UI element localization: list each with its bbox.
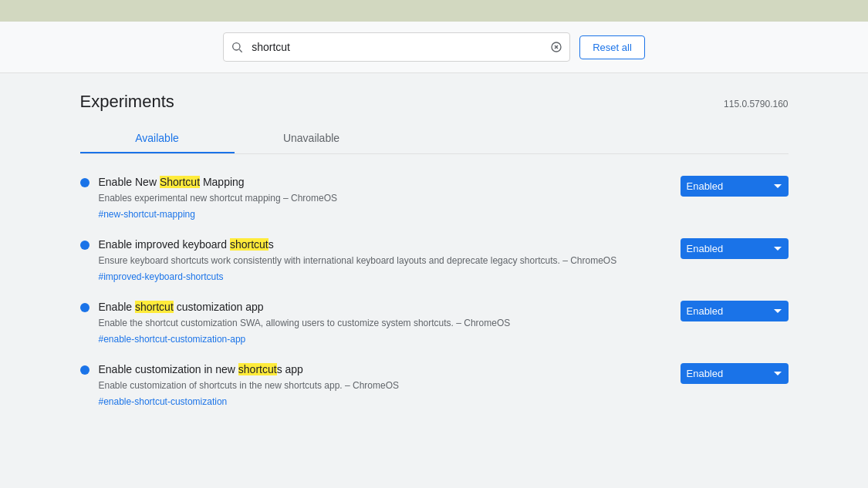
experiment-item: Enable improved keyboard shortcuts Ensur… xyxy=(80,238,789,282)
top-chrome-bar xyxy=(0,0,868,22)
experiment-description: Enables experimental new shortcut mappin… xyxy=(99,191,662,205)
highlight-text: shortcut xyxy=(135,301,174,313)
experiment-select[interactable]: DefaultEnabledDisabled xyxy=(681,238,789,259)
clear-search-icon[interactable] xyxy=(550,41,562,53)
main-content: Experiments 115.0.5790.160 Available Una… xyxy=(68,73,801,426)
experiment-title: Enable improved keyboard shortcuts xyxy=(99,238,662,251)
page-header: Experiments 115.0.5790.160 xyxy=(80,92,789,112)
experiment-dot xyxy=(80,303,90,312)
experiment-select[interactable]: DefaultEnabledDisabled xyxy=(681,176,789,197)
experiment-control: DefaultEnabledDisabled xyxy=(681,176,789,197)
experiment-body: Enable customization in new shortcuts ap… xyxy=(99,363,662,407)
experiment-description: Enable the shortcut customization SWA, a… xyxy=(99,316,662,330)
tab-available[interactable]: Available xyxy=(80,124,235,153)
experiment-control: DefaultEnabledDisabled xyxy=(681,238,789,259)
experiment-title: Enable customization in new shortcuts ap… xyxy=(99,363,662,375)
experiment-link[interactable]: #new-shortcut-mapping xyxy=(99,209,195,220)
svg-line-1 xyxy=(240,49,242,52)
svg-point-0 xyxy=(233,43,240,50)
experiment-item: Enable shortcut customization app Enable… xyxy=(80,301,789,345)
experiment-title: Enable shortcut customization app xyxy=(99,301,662,313)
experiment-dot xyxy=(80,365,90,375)
highlight-text: Shortcut xyxy=(160,176,200,188)
experiment-item: Enable New Shortcut Mapping Enables expe… xyxy=(80,176,789,220)
experiment-item: Enable customization in new shortcuts ap… xyxy=(80,363,789,407)
experiment-description: Enable customization of shortcuts in the… xyxy=(99,379,662,392)
experiment-title: Enable New Shortcut Mapping xyxy=(99,176,662,188)
experiment-link[interactable]: #improved-keyboard-shortcuts xyxy=(99,271,224,282)
tab-unavailable[interactable]: Unavailable xyxy=(235,124,389,153)
version-text: 115.0.5790.160 xyxy=(724,99,788,109)
experiment-select[interactable]: DefaultEnabledDisabled xyxy=(681,301,789,321)
experiment-body: Enable improved keyboard shortcuts Ensur… xyxy=(99,238,662,282)
experiment-control: DefaultEnabledDisabled xyxy=(681,363,789,384)
search-icon xyxy=(231,41,243,53)
search-input[interactable] xyxy=(223,32,570,62)
search-wrapper xyxy=(223,32,570,62)
tabs-container: Available Unavailable xyxy=(80,124,789,154)
experiment-link[interactable]: #enable-shortcut-customization-app xyxy=(99,334,246,345)
experiment-list: Enable New Shortcut Mapping Enables expe… xyxy=(80,176,789,407)
reset-all-button[interactable]: Reset all xyxy=(579,35,645,59)
highlight-text: shortcut xyxy=(230,238,269,251)
experiment-select[interactable]: DefaultEnabledDisabled xyxy=(681,363,789,384)
experiment-dot xyxy=(80,178,90,187)
experiment-body: Enable shortcut customization app Enable… xyxy=(99,301,662,345)
experiment-description: Ensure keyboard shortcuts work consisten… xyxy=(99,254,662,268)
experiment-body: Enable New Shortcut Mapping Enables expe… xyxy=(99,176,662,220)
experiment-control: DefaultEnabledDisabled xyxy=(681,301,789,321)
highlight-text: shortcut xyxy=(238,363,277,375)
page-title: Experiments xyxy=(80,92,174,112)
experiment-dot xyxy=(80,241,90,250)
search-bar-row: Reset all xyxy=(0,22,868,73)
experiment-link[interactable]: #enable-shortcut-customization xyxy=(99,396,228,407)
